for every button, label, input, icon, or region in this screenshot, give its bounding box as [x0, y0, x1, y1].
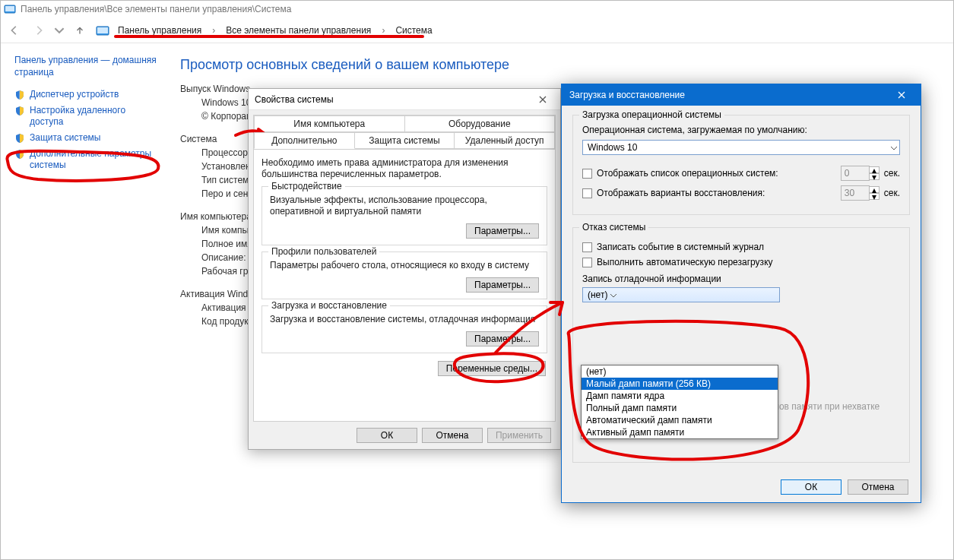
dialog-title: Загрузка и восстановление — [569, 90, 685, 100]
dump-type-option[interactable]: Автоматический дамп памяти — [582, 414, 778, 426]
crumb-all-items[interactable]: Все элементы панели управления — [224, 24, 372, 37]
tab-system-protection[interactable]: Защита системы — [355, 132, 455, 149]
ok-button[interactable]: ОК — [781, 479, 841, 495]
dump-type-option[interactable]: (нет) — [582, 365, 778, 378]
dump-type-select[interactable]: (нет) — [582, 287, 780, 302]
group-title: Отказ системы — [579, 222, 648, 233]
chevron-down-icon — [610, 289, 616, 300]
admin-note: Необходимо иметь права администратора дл… — [261, 157, 547, 180]
recovery-seconds-input[interactable] — [841, 185, 870, 201]
performance-settings-button[interactable]: Параметры... — [466, 223, 539, 239]
default-os-select[interactable]: Windows 10 — [582, 140, 900, 155]
env-vars-button[interactable]: Переменные среды... — [438, 361, 546, 376]
group-startup-recovery: Загрузка и восстановление Загрузка и вос… — [261, 305, 547, 353]
dialog-footer: ОК Отмена Применить — [253, 422, 556, 445]
control-panel-icon — [4, 3, 16, 15]
show-os-list-label: Отображать список операционных систем: — [597, 168, 836, 179]
tab-hardware[interactable]: Оборудование — [405, 115, 556, 132]
spin-down-icon[interactable]: ▾ — [869, 193, 880, 200]
auto-restart-label: Выполнить автоматическую перезагрузку — [597, 257, 773, 267]
group-title: Загрузка и восстановление — [268, 300, 390, 311]
dialog-title: Свойства системы — [255, 94, 334, 105]
svg-rect-3 — [97, 27, 108, 33]
tab-advanced[interactable]: Дополнительно — [254, 132, 355, 149]
dump-type-label: Запись отладочной информации — [582, 274, 900, 284]
group-desc: Визуальные эффекты, использование процес… — [270, 195, 539, 217]
sidebar-device-manager[interactable]: Диспетчер устройств — [14, 89, 159, 100]
group-user-profiles: Профили пользователей Параметры рабочего… — [261, 252, 547, 299]
os-list-seconds-spin[interactable]: ▴▾ — [841, 166, 880, 181]
cancel-button[interactable]: Отмена — [422, 428, 483, 443]
group-desc: Загрузка и восстановление системы, отлад… — [270, 314, 539, 325]
tab-remote[interactable]: Удаленный доступ — [455, 132, 555, 149]
ok-button[interactable]: ОК — [357, 428, 417, 443]
auto-restart-checkbox[interactable] — [582, 258, 592, 267]
control-panel-sidebar: Панель управления — домашняя страница Ди… — [1, 43, 168, 559]
dialog-footer: ОК Отмена — [572, 475, 910, 495]
sidebar-item-label: Защита системы — [30, 132, 100, 144]
show-recovery-checkbox[interactable] — [582, 188, 592, 198]
shield-icon — [14, 106, 25, 116]
dump-type-option[interactable]: Малый дамп памяти (256 КВ) — [582, 378, 778, 390]
group-title: Быстродействие — [268, 181, 345, 191]
control-panel-title: Панель управления\Все элементы панели уп… — [21, 4, 291, 14]
nav-back-button[interactable] — [5, 21, 24, 40]
sidebar-item-label: Настройка удаленного доступа — [30, 105, 159, 128]
svg-rect-1 — [5, 6, 14, 11]
dump-type-option[interactable]: Дамп памяти ядра — [582, 390, 778, 402]
crumb-control-panel[interactable]: Панель управления — [116, 24, 203, 37]
dump-type-dropdown[interactable]: (нет)Малый дамп памяти (256 КВ)Дамп памя… — [581, 365, 778, 439]
system-properties-titlebar[interactable]: Свойства системы — [249, 89, 560, 110]
startup-settings-button[interactable]: Параметры... — [466, 331, 539, 346]
default-os-value: Windows 10 — [588, 142, 637, 153]
close-button[interactable] — [531, 92, 554, 107]
close-button[interactable] — [890, 87, 913, 103]
sidebar-home-link[interactable]: Панель управления — домашняя страница — [14, 54, 159, 78]
crumb-sep-icon: › — [379, 25, 388, 36]
nav-forward-button[interactable] — [30, 21, 48, 40]
page-heading: Просмотр основных сведений о вашем компь… — [180, 57, 938, 73]
nav-recent-dropdown[interactable] — [54, 21, 65, 40]
control-panel-navbar: Панель управления › Все элементы панели … — [1, 17, 953, 43]
recovery-seconds-spin[interactable]: ▴▾ — [841, 185, 880, 201]
dump-type-option[interactable]: Активный дамп памяти — [582, 426, 778, 438]
write-event-checkbox[interactable] — [582, 242, 592, 252]
seconds-suffix: сек. — [884, 168, 900, 179]
crumb-system[interactable]: Система — [394, 24, 433, 37]
spin-down-icon[interactable]: ▾ — [869, 173, 880, 180]
os-list-seconds-input[interactable] — [841, 166, 870, 181]
address-bar-icon — [95, 23, 110, 38]
startup-recovery-dialog: Загрузка и восстановление Загрузка опера… — [561, 84, 921, 503]
group-title: Загрузка операционной системы — [579, 109, 724, 120]
sidebar-system-protection[interactable]: Защита системы — [14, 132, 159, 144]
default-os-label: Операционная система, загружаемая по умо… — [582, 125, 900, 135]
sidebar-advanced-system-settings[interactable]: Дополнительные параметры системы — [14, 148, 159, 171]
sidebar-remote-settings[interactable]: Настройка удаленного доступа — [14, 105, 159, 128]
show-recovery-label: Отображать варианты восстановления: — [597, 188, 836, 198]
shield-icon — [14, 149, 25, 160]
group-desc: Параметры рабочего стола, относящиеся ко… — [270, 260, 539, 271]
shield-icon — [14, 133, 25, 144]
tab-computer-name[interactable]: Имя компьютера — [254, 115, 405, 132]
sidebar-item-label: Диспетчер устройств — [30, 89, 119, 100]
tab-advanced-panel: Необходимо иметь права администратора дл… — [253, 149, 556, 422]
system-properties-dialog: Свойства системы Имя компьютера Оборудов… — [248, 88, 561, 450]
crumb-sep-icon: › — [209, 25, 218, 36]
group-system-boot: Загрузка операционной системы Операционн… — [572, 115, 910, 215]
startup-recovery-titlebar[interactable]: Загрузка и восстановление — [562, 84, 921, 106]
profiles-settings-button[interactable]: Параметры... — [466, 277, 539, 293]
control-panel-titlebar: Панель управления\Все элементы панели уп… — [1, 1, 953, 17]
group-title: Профили пользователей — [268, 246, 379, 257]
write-event-label: Записать событие в системный журнал — [597, 242, 764, 252]
nav-up-button[interactable] — [71, 21, 89, 40]
cancel-button[interactable]: Отмена — [848, 479, 908, 495]
apply-button[interactable]: Применить — [487, 428, 551, 443]
system-properties-tabs: Имя компьютера Оборудование Дополнительн… — [253, 115, 556, 149]
chevron-down-icon — [891, 142, 897, 153]
dump-type-option[interactable]: Полный дамп памяти — [582, 402, 778, 414]
dump-type-value: (нет) — [588, 289, 607, 300]
show-os-list-checkbox[interactable] — [582, 169, 592, 179]
shield-icon — [14, 90, 25, 100]
group-performance: Быстродействие Визуальные эффекты, испол… — [261, 186, 547, 245]
seconds-suffix: сек. — [884, 188, 900, 198]
